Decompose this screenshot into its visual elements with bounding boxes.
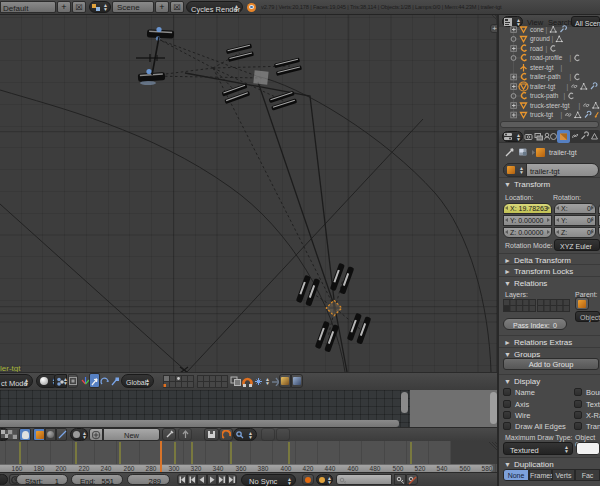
svg-text:truck-steer-tgt: truck-steer-tgt [530,102,570,110]
svg-text:580: 580 [482,465,493,472]
svg-text:|: | [570,73,572,81]
svg-text:560: 560 [460,465,471,472]
svg-text:|: | [561,111,563,119]
svg-text:trailer-path: trailer-path [530,73,561,81]
svg-text:260: 260 [124,465,135,472]
svg-text:|: | [579,102,581,110]
svg-text:480: 480 [370,465,381,472]
svg-text:|: | [564,92,566,100]
svg-text:240: 240 [101,465,112,472]
svg-text:truck-tgt: truck-tgt [530,111,553,119]
svg-text:220: 220 [79,465,90,472]
svg-text:|: | [552,35,554,43]
svg-text:520: 520 [415,465,426,472]
svg-text:460: 460 [348,465,359,472]
svg-text:180: 180 [34,465,45,472]
svg-text:400: 400 [281,465,292,472]
svg-text:420: 420 [303,465,314,472]
svg-text:road: road [530,45,543,52]
svg-text:380: 380 [258,465,269,472]
svg-text:|: | [570,54,572,62]
svg-text:500: 500 [393,465,404,472]
svg-text:200: 200 [56,465,67,472]
svg-text:440: 440 [325,465,336,472]
svg-text:540: 540 [437,465,448,472]
svg-text:360: 360 [236,465,247,472]
svg-text:trailer-tgt: trailer-tgt [530,83,555,91]
svg-text:280: 280 [146,465,157,472]
svg-text:160: 160 [12,465,23,472]
svg-text:|: | [561,64,563,72]
svg-text:ground: ground [530,35,550,43]
svg-text:340: 340 [213,465,224,472]
svg-text:|: | [567,83,569,91]
svg-text:road-profile: road-profile [530,54,563,62]
svg-text:truck-path: truck-path [530,92,559,100]
svg-text:cone: cone [530,26,544,33]
svg-text:|: | [546,26,548,34]
svg-text:320: 320 [191,465,202,472]
svg-text:300: 300 [169,465,180,472]
svg-text:steer-tgt: steer-tgt [530,64,554,72]
svg-text:|: | [546,45,548,53]
